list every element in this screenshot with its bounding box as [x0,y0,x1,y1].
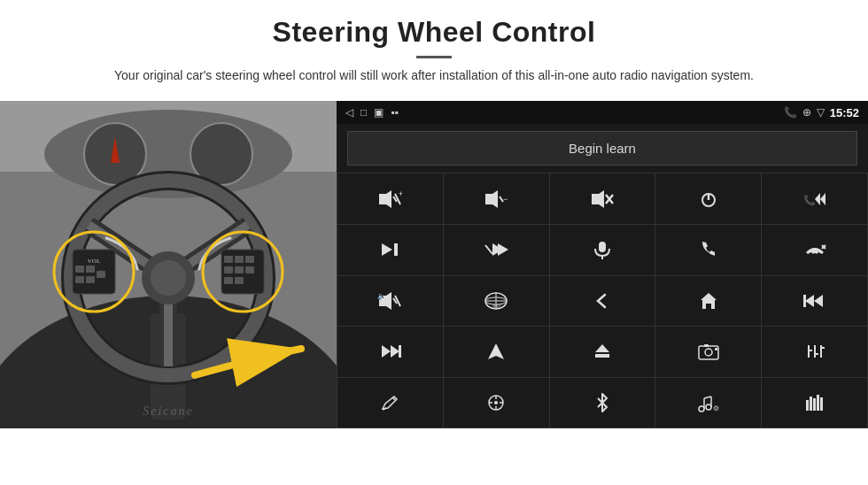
svg-rect-82 [704,344,709,347]
mic-button[interactable] [550,225,655,275]
home-icon[interactable]: □ [360,106,367,119]
svg-rect-19 [75,266,84,273]
svg-rect-108 [820,397,823,411]
fast-prev-button[interactable] [762,276,867,327]
svg-rect-27 [245,256,254,263]
svg-rect-107 [817,395,819,411]
edit-button[interactable] [337,378,443,428]
svg-rect-76 [399,345,401,358]
car-panel: VOL [0,101,337,428]
svg-rect-32 [235,277,244,284]
svg-marker-71 [805,295,814,307]
svg-rect-73 [803,295,806,307]
svg-text:📞: 📞 [803,194,816,206]
wifi-status-icon: ▽ [817,106,825,119]
view-360-button[interactable]: 360° [444,276,549,327]
svg-point-99 [706,404,711,410]
bluetooth-button[interactable] [550,378,655,428]
hang-up-button[interactable] [762,225,867,275]
signal-icon: ▪▪ [391,106,399,119]
navigate-button[interactable] [444,327,549,377]
call-button[interactable] [655,225,761,275]
title-divider [416,56,452,58]
svg-rect-23 [97,271,105,278]
svg-rect-57 [599,242,606,252]
svg-point-81 [705,349,712,356]
back-nav-button[interactable] [550,276,655,327]
home-button[interactable] [655,276,761,327]
svg-text:−: − [503,195,508,204]
car-background: VOL [0,101,337,428]
svg-marker-75 [391,345,399,358]
svg-marker-78 [595,344,609,352]
page-wrapper: Steering Wheel Control Your original car… [0,0,868,485]
svg-rect-26 [235,256,244,263]
svg-rect-25 [224,256,233,263]
svg-rect-29 [235,266,244,273]
svg-text:+: + [399,189,402,198]
svg-rect-106 [813,398,816,411]
music-settings-button[interactable]: ⚙ [655,378,761,428]
svg-point-93 [494,401,498,404]
svg-text:⚙: ⚙ [713,404,719,412]
svg-line-102 [704,396,711,398]
steering-wheel-svg: VOL [0,101,337,428]
controls-grid: + − [337,173,868,428]
svg-text:🔈: 🔈 [377,291,386,300]
svg-rect-21 [75,276,84,283]
header-section: Steering Wheel Control Your original car… [0,0,868,94]
svg-marker-56 [498,243,508,256]
svg-text:VOL: VOL [88,258,100,265]
subtitle: Your original car's steering wheel contr… [97,65,771,85]
svg-rect-105 [810,396,812,411]
status-bar: ◁ □ ▣ ▪▪ 📞 ⊕ ▽ 15:52 [337,101,868,124]
svg-marker-41 [485,190,498,208]
svg-rect-28 [224,266,233,273]
svg-rect-30 [245,266,254,273]
svg-marker-70 [701,293,717,309]
vol-up-button[interactable]: + [337,173,443,224]
svg-marker-44 [592,190,604,208]
svg-text:Seicane: Seicane [143,404,194,418]
status-bar-right: 📞 ⊕ ▽ 15:52 [784,106,859,119]
begin-learn-row: Begin learn [337,124,868,173]
svg-text:360°: 360° [492,304,502,309]
android-panel: ◁ □ ▣ ▪▪ 📞 ⊕ ▽ 15:52 Begin learn [337,101,868,428]
svg-point-98 [699,406,704,412]
mute-button[interactable] [550,173,655,224]
eject-button[interactable] [550,327,655,377]
svg-rect-20 [86,266,95,273]
camera-button[interactable] [655,327,761,377]
call-prev-button[interactable]: 📞 [762,173,867,224]
page-title: Steering Wheel Control [53,16,815,49]
circle-menu-button[interactable] [444,378,549,428]
svg-point-16 [151,260,186,296]
svg-marker-37 [379,190,391,208]
svg-rect-22 [86,276,95,283]
time-display: 15:52 [830,106,859,119]
svg-marker-74 [382,345,391,358]
speaker-button[interactable]: 🔈 [337,276,443,327]
content-row: VOL [0,101,868,485]
skip-cancel-button[interactable] [444,225,549,275]
svg-rect-79 [595,354,609,358]
svg-rect-83 [715,348,717,350]
fast-forward-button[interactable] [337,327,443,377]
back-icon[interactable]: ◁ [345,106,353,119]
vol-down-button[interactable]: − [444,173,549,224]
equalizer-button[interactable] [762,327,867,377]
svg-rect-104 [806,400,809,411]
svg-marker-51 [820,193,825,205]
svg-rect-31 [224,277,233,284]
svg-marker-52 [382,243,392,256]
next-button[interactable] [337,225,443,275]
svg-marker-72 [814,295,823,307]
phone-status-icon: 📞 [784,106,797,119]
begin-learn-button[interactable]: Begin learn [347,131,857,166]
svg-marker-77 [488,343,504,359]
status-bar-left: ◁ □ ▣ ▪▪ [345,106,399,119]
bar-eq-button[interactable] [762,378,867,428]
power-button[interactable] [655,173,761,224]
recent-icon[interactable]: ▣ [374,106,384,119]
location-status-icon: ⊕ [802,106,811,119]
